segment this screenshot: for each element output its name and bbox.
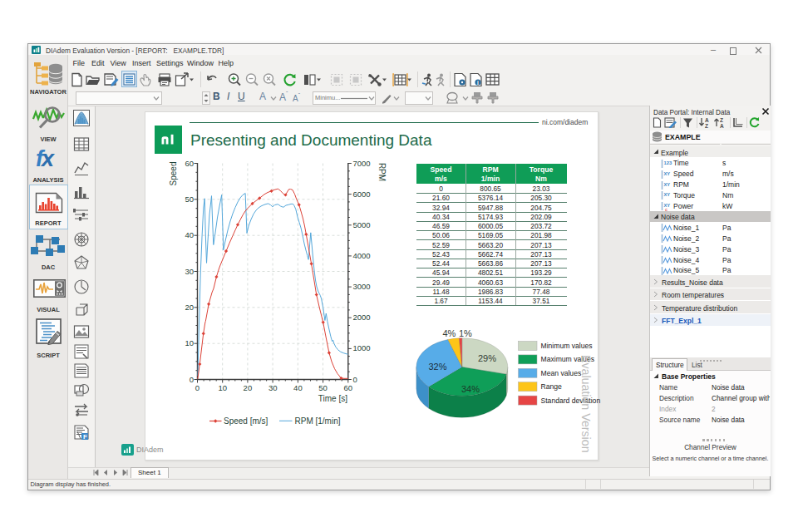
svg-text:XY: XY [664, 192, 671, 197]
svg-text:RPM [1/min]: RPM [1/min] [295, 416, 341, 426]
svg-text:50: 50 [318, 383, 328, 392]
svg-text:20: 20 [244, 383, 253, 392]
svg-text:A: A [720, 123, 724, 129]
svg-text:7000: 7000 [353, 159, 371, 168]
svg-text:4000: 4000 [353, 251, 371, 260]
svg-text:10: 10 [185, 338, 194, 347]
svg-text:29%: 29% [478, 353, 496, 363]
svg-text:40: 40 [185, 230, 194, 239]
svg-text:20: 20 [185, 303, 194, 312]
svg-text:0: 0 [190, 375, 194, 384]
svg-text:34%: 34% [461, 384, 480, 394]
svg-text:1000: 1000 [353, 343, 371, 352]
svg-text:3000: 3000 [353, 282, 371, 291]
svg-text:Time [s]: Time [s] [318, 394, 347, 403]
svg-text:Mean values: Mean values [541, 369, 582, 377]
svg-text:1%: 1% [459, 328, 472, 338]
svg-text:F: F [83, 433, 87, 441]
svg-text:RPM: RPM [377, 163, 387, 181]
svg-text:30: 30 [185, 267, 194, 276]
svg-text:60: 60 [185, 159, 194, 168]
svg-text:Range: Range [541, 382, 563, 391]
svg-text:5000: 5000 [353, 220, 371, 229]
svg-text:i: i [477, 79, 479, 85]
svg-text:6000: 6000 [353, 190, 371, 199]
svg-text:XY: XY [664, 170, 671, 175]
svg-text:30: 30 [268, 383, 278, 392]
svg-text:Speed: Speed [169, 162, 178, 186]
svg-text:Z: Z [705, 123, 708, 129]
svg-text:0: 0 [353, 375, 357, 384]
svg-text:50: 50 [185, 195, 194, 204]
svg-text:2000: 2000 [353, 313, 371, 322]
svg-text:10: 10 [218, 383, 227, 392]
svg-text:0: 0 [195, 383, 200, 392]
svg-text:Speed [m/s]: Speed [m/s] [224, 416, 268, 426]
svg-text:32%: 32% [429, 362, 447, 372]
svg-text:60: 60 [344, 383, 353, 392]
svg-text:XY: XY [664, 181, 671, 186]
svg-text:Minimum values: Minimum values [541, 342, 593, 350]
svg-text:40: 40 [293, 383, 303, 392]
svg-text:123: 123 [664, 160, 672, 165]
svg-text:4%: 4% [443, 328, 456, 338]
